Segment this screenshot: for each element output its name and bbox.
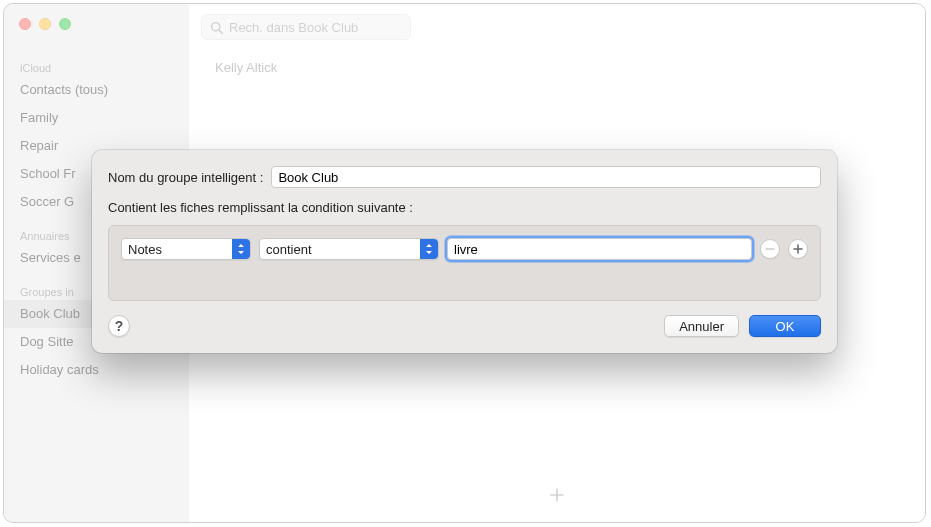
cancel-button[interactable]: Annuler (664, 315, 739, 337)
sidebar-header-icloud: iCloud (4, 56, 189, 76)
zoom-window-button[interactable] (59, 18, 71, 30)
minus-icon (765, 244, 775, 254)
sidebar-item-all-contacts[interactable]: Contacts (tous) (4, 76, 189, 104)
sidebar-item-holidaycards[interactable]: Holiday cards (4, 356, 189, 384)
ok-button[interactable]: OK (749, 315, 821, 337)
help-button[interactable]: ? (108, 315, 130, 337)
select-arrows-icon (232, 239, 250, 259)
contact-list-item[interactable]: Kelly Altick (189, 60, 925, 75)
help-icon: ? (115, 318, 124, 334)
add-condition-button[interactable] (788, 239, 808, 259)
window-controls (19, 18, 71, 30)
condition-value-input[interactable] (447, 238, 752, 260)
condition-operator-value: contient (266, 242, 312, 257)
search-icon (210, 21, 223, 34)
close-window-button[interactable] (19, 18, 31, 30)
condition-field-value: Notes (128, 242, 162, 257)
add-button[interactable] (542, 483, 572, 507)
svg-line-1 (219, 29, 222, 32)
search-placeholder: Rech. dans Book Club (229, 20, 358, 35)
sidebar-item-family[interactable]: Family (4, 104, 189, 132)
search-input[interactable]: Rech. dans Book Club (201, 14, 411, 40)
smart-group-dialog: Nom du groupe intelligent : Contient les… (92, 150, 837, 353)
select-arrows-icon (420, 239, 438, 259)
group-name-label: Nom du groupe intelligent : (108, 170, 263, 185)
condition-intro-label: Contient les fiches remplissant la condi… (108, 200, 821, 215)
condition-operator-select[interactable]: contient (259, 238, 439, 260)
minimize-window-button[interactable] (39, 18, 51, 30)
conditions-container: Notes contient (108, 225, 821, 301)
plus-icon (793, 244, 803, 254)
remove-condition-button[interactable] (760, 239, 780, 259)
plus-icon (549, 487, 565, 503)
group-name-input[interactable] (271, 166, 821, 188)
condition-field-select[interactable]: Notes (121, 238, 251, 260)
